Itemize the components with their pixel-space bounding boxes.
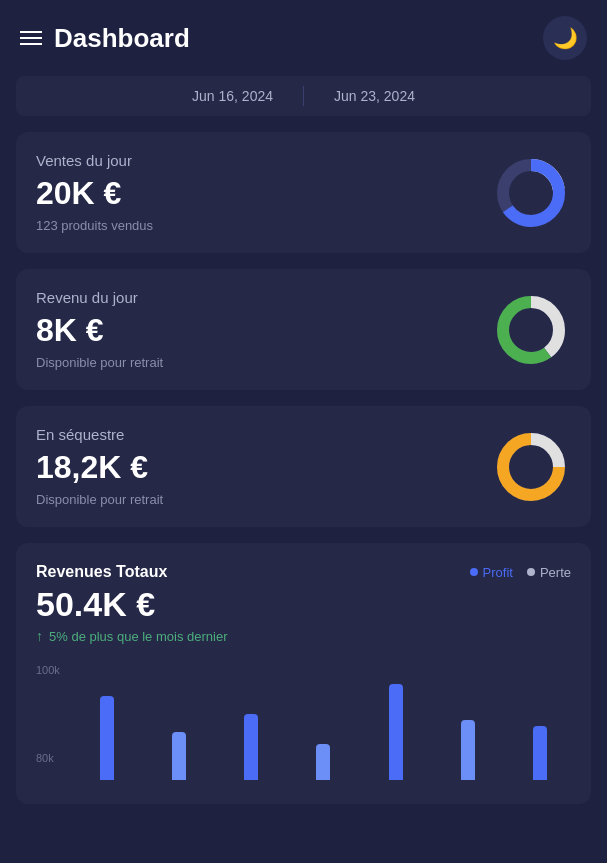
bars-container bbox=[76, 664, 571, 780]
svg-point-3 bbox=[514, 176, 548, 210]
dark-mode-button[interactable]: 🌙 bbox=[543, 16, 587, 60]
card-ventes-donut bbox=[491, 153, 571, 233]
y-label-80k: 80k bbox=[36, 752, 60, 764]
legend-dot-profit bbox=[470, 568, 478, 576]
legend-perte: Perte bbox=[527, 565, 571, 580]
svg-point-11 bbox=[514, 450, 548, 484]
card-ventes-value: 20K € bbox=[36, 175, 153, 212]
svg-point-7 bbox=[514, 313, 548, 347]
card-revenu-donut bbox=[491, 290, 571, 370]
card-sequestre-donut bbox=[491, 427, 571, 507]
bar-light-3 bbox=[316, 744, 330, 780]
revenue-card-title: Revenues Totaux bbox=[36, 563, 167, 581]
card-sequestre-label: En séquestre bbox=[36, 426, 163, 443]
date-range-start: Jun 16, 2024 bbox=[192, 88, 273, 104]
bar-light-5 bbox=[461, 720, 475, 780]
bar-group-0 bbox=[76, 696, 138, 780]
bar-blue-0 bbox=[100, 696, 114, 780]
card-sequestre-value: 18,2K € bbox=[36, 449, 163, 486]
date-range-divider bbox=[303, 86, 304, 106]
bar-group-5 bbox=[437, 720, 499, 780]
card-revenu-label: Revenu du jour bbox=[36, 289, 163, 306]
bar-light-1 bbox=[172, 732, 186, 780]
bar-blue-6 bbox=[533, 726, 547, 780]
bar-blue-2 bbox=[244, 714, 258, 780]
bar-chart-y-labels: 100k 80k bbox=[36, 664, 60, 764]
card-revenu: Revenu du jour 8K € Disponible pour retr… bbox=[16, 269, 591, 390]
header: Dashboard 🌙 bbox=[0, 0, 607, 76]
card-ventes-left: Ventes du jour 20K € 123 produits vendus bbox=[36, 152, 153, 233]
header-left: Dashboard bbox=[20, 23, 190, 54]
card-ventes-sub: 123 produits vendus bbox=[36, 218, 153, 233]
bar-group-2 bbox=[220, 714, 282, 780]
up-arrow-icon: ↑ bbox=[36, 628, 43, 644]
page-title: Dashboard bbox=[54, 23, 190, 54]
card-revenu-sub: Disponible pour retrait bbox=[36, 355, 163, 370]
bar-group-4 bbox=[365, 684, 427, 780]
revenue-value: 50.4K € bbox=[36, 585, 571, 624]
revenue-change: ↑ 5% de plus que le mois dernier bbox=[36, 628, 571, 644]
date-range-bar: Jun 16, 2024 Jun 23, 2024 bbox=[16, 76, 591, 116]
bar-blue-4 bbox=[389, 684, 403, 780]
card-sequestre-sub: Disponible pour retrait bbox=[36, 492, 163, 507]
card-revenu-value: 8K € bbox=[36, 312, 163, 349]
menu-icon[interactable] bbox=[20, 31, 42, 45]
bar-chart: 100k 80k bbox=[36, 664, 571, 784]
card-revenue-totaux: Revenues Totaux Profit Perte 50.4K € ↑ 5… bbox=[16, 543, 591, 804]
legend: Profit Perte bbox=[470, 565, 571, 580]
card-sequestre-left: En séquestre 18,2K € Disponible pour ret… bbox=[36, 426, 163, 507]
revenue-card-header: Revenues Totaux Profit Perte bbox=[36, 563, 571, 581]
card-revenu-left: Revenu du jour 8K € Disponible pour retr… bbox=[36, 289, 163, 370]
y-label-100k: 100k bbox=[36, 664, 60, 676]
card-sequestre: En séquestre 18,2K € Disponible pour ret… bbox=[16, 406, 591, 527]
card-ventes-label: Ventes du jour bbox=[36, 152, 153, 169]
revenue-change-text: 5% de plus que le mois dernier bbox=[49, 629, 228, 644]
legend-label-perte: Perte bbox=[540, 565, 571, 580]
legend-dot-perte bbox=[527, 568, 535, 576]
bar-group-3 bbox=[292, 744, 354, 780]
card-ventes: Ventes du jour 20K € 123 produits vendus bbox=[16, 132, 591, 253]
legend-profit: Profit bbox=[470, 565, 513, 580]
bar-group-1 bbox=[148, 732, 210, 780]
legend-label-profit: Profit bbox=[483, 565, 513, 580]
bar-group-6 bbox=[509, 726, 571, 780]
date-range-end: Jun 23, 2024 bbox=[334, 88, 415, 104]
